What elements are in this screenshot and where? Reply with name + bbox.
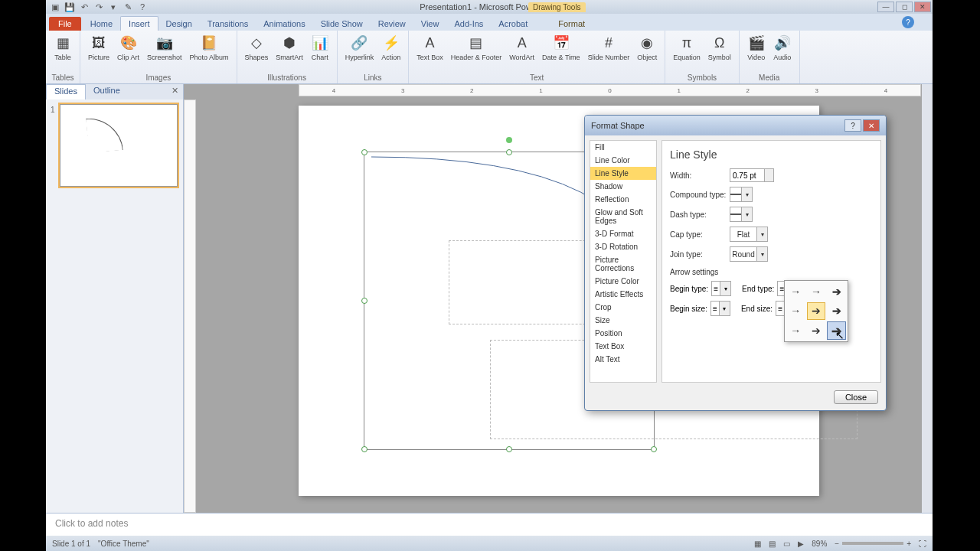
begin-size-combo[interactable]: ≡▾: [710, 301, 730, 316]
ribbon-wordart[interactable]: AWordArt: [506, 32, 537, 63]
nav-fill[interactable]: Fill: [590, 141, 656, 154]
maximize-button[interactable]: ◻: [896, 2, 913, 12]
tab-design[interactable]: Design: [158, 17, 200, 31]
begin-type-combo[interactable]: ≡▾: [711, 281, 731, 296]
nav--d-format[interactable]: 3-D Format: [590, 227, 656, 240]
ribbon-date-time[interactable]: 📅Date & Time: [539, 32, 583, 63]
dialog-help-button[interactable]: ?: [844, 119, 861, 132]
ribbon-smartart[interactable]: ⬢SmartArt: [273, 32, 306, 63]
dialog-titlebar[interactable]: Format Shape ? ✕: [585, 116, 886, 135]
ribbon-hyperlink[interactable]: 🔗Hyperlink: [342, 32, 377, 63]
fit-window-icon[interactable]: ⛶: [919, 540, 926, 548]
dialog-close-x[interactable]: ✕: [863, 119, 880, 132]
resize-handle-ml[interactable]: [361, 298, 368, 304]
nav-reflection[interactable]: Reflection: [590, 193, 656, 206]
tab-review[interactable]: Review: [371, 17, 413, 31]
tab-addins[interactable]: Add-Ins: [446, 17, 491, 31]
zoom-out-icon[interactable]: −: [835, 540, 839, 548]
ribbon-action[interactable]: ⚡Action: [378, 32, 403, 63]
nav-picture-corrections[interactable]: Picture Corrections: [590, 253, 656, 275]
zoom-slider[interactable]: [842, 542, 903, 545]
nav-text-box[interactable]: Text Box: [590, 340, 656, 353]
arrow-size-8[interactable]: ➔: [807, 321, 826, 340]
ribbon-object[interactable]: ◉Object: [634, 32, 660, 63]
view-normal-icon[interactable]: ▦: [754, 540, 761, 548]
ribbon-clip-art[interactable]: 🎨Clip Art: [114, 32, 142, 63]
nav--d-rotation[interactable]: 3-D Rotation: [590, 240, 656, 253]
arrow-size-7[interactable]: →: [786, 321, 805, 340]
width-spinner[interactable]: [765, 168, 774, 182]
view-slideshow-icon[interactable]: ▶: [798, 540, 804, 548]
vertical-scrollbar[interactable]: [922, 84, 933, 513]
zoom-controls[interactable]: − +: [835, 540, 911, 548]
compound-combo[interactable]: ▾: [730, 187, 753, 202]
arrow-size-3[interactable]: ➔: [827, 282, 846, 301]
join-combo[interactable]: Round▾: [730, 246, 768, 262]
file-tab[interactable]: File: [49, 17, 81, 31]
help-icon[interactable]: ?: [902, 16, 914, 28]
rotate-handle[interactable]: [506, 137, 512, 143]
slides-tab[interactable]: Slides: [46, 84, 86, 99]
nav-artistic-effects[interactable]: Artistic Effects: [590, 288, 656, 301]
arrow-size-9[interactable]: ➔: [827, 321, 846, 340]
cap-combo[interactable]: Flat▾: [730, 227, 768, 242]
tab-insert[interactable]: Insert: [120, 16, 158, 31]
tab-format[interactable]: Format: [550, 17, 593, 31]
brush-icon[interactable]: ✎: [122, 1, 134, 13]
arrow-size-1[interactable]: →: [786, 282, 805, 301]
nav-line-style[interactable]: Line Style: [590, 167, 656, 180]
ribbon-audio[interactable]: 🔊Audio: [770, 32, 795, 63]
arrow-size-4[interactable]: →: [786, 302, 805, 321]
tab-view[interactable]: View: [413, 17, 447, 31]
minimize-button[interactable]: —: [877, 2, 894, 12]
resize-handle-br[interactable]: [651, 446, 657, 452]
ribbon-video[interactable]: 🎬Video: [744, 32, 769, 63]
notes-pane[interactable]: Click to add notes: [46, 513, 933, 536]
nav-glow-and-soft-edges[interactable]: Glow and Soft Edges: [590, 206, 656, 227]
redo-icon[interactable]: ↷: [93, 1, 105, 13]
ribbon-screenshot[interactable]: 📷Screenshot: [144, 32, 185, 63]
ribbon-equation[interactable]: πEquation: [670, 32, 704, 63]
resize-handle-bm[interactable]: [506, 446, 512, 452]
nav-size[interactable]: Size: [590, 314, 656, 327]
tab-home[interactable]: Home: [83, 17, 120, 31]
ribbon-slide-number[interactable]: #Slide Number: [585, 32, 633, 63]
zoom-in-icon[interactable]: +: [906, 540, 911, 548]
help-small-icon[interactable]: ?: [136, 1, 149, 13]
tab-acrobat[interactable]: Acrobat: [491, 17, 535, 31]
view-sorter-icon[interactable]: ▤: [769, 540, 776, 548]
width-input[interactable]: [730, 168, 765, 182]
qat-more-icon[interactable]: ▾: [107, 1, 119, 13]
ribbon-shapes[interactable]: ◇Shapes: [242, 32, 272, 63]
ribbon-photo-album[interactable]: 📔Photo Album: [187, 32, 232, 63]
close-window-button[interactable]: ✕: [914, 2, 931, 12]
nav-alt-text[interactable]: Alt Text: [590, 353, 656, 366]
close-panel-icon[interactable]: ✕: [167, 84, 183, 99]
tab-transitions[interactable]: Transitions: [200, 17, 256, 31]
ribbon-table[interactable]: ▦Table: [51, 32, 75, 63]
resize-handle-tl[interactable]: [361, 149, 368, 155]
nav-crop[interactable]: Crop: [590, 301, 656, 314]
ribbon-symbol[interactable]: ΩSymbol: [705, 32, 734, 63]
tab-animations[interactable]: Animations: [256, 17, 312, 31]
tab-slideshow[interactable]: Slide Show: [313, 17, 371, 31]
nav-picture-color[interactable]: Picture Color: [590, 275, 656, 288]
ribbon-picture[interactable]: 🖼Picture: [85, 32, 113, 63]
resize-handle-bl[interactable]: [361, 446, 368, 452]
dash-combo[interactable]: ▾: [730, 207, 753, 222]
nav-shadow[interactable]: Shadow: [590, 180, 656, 193]
ribbon-header-footer[interactable]: ▤Header & Footer: [448, 32, 505, 63]
save-icon[interactable]: 💾: [64, 1, 76, 13]
arrow-size-5[interactable]: ➔: [807, 302, 826, 321]
outline-tab[interactable]: Outline: [86, 84, 128, 99]
arrow-size-2[interactable]: →: [807, 282, 826, 301]
nav-position[interactable]: Position: [590, 327, 656, 340]
close-button[interactable]: Close: [834, 390, 878, 404]
slide-thumbnail-1[interactable]: [60, 104, 178, 187]
nav-line-color[interactable]: Line Color: [590, 154, 656, 167]
ribbon-text-box[interactable]: AText Box: [413, 32, 446, 63]
arrow-size-6[interactable]: ➔: [827, 302, 846, 321]
ribbon-chart[interactable]: 📊Chart: [308, 32, 332, 63]
view-reading-icon[interactable]: ▭: [783, 540, 790, 548]
undo-icon[interactable]: ↶: [78, 1, 90, 13]
